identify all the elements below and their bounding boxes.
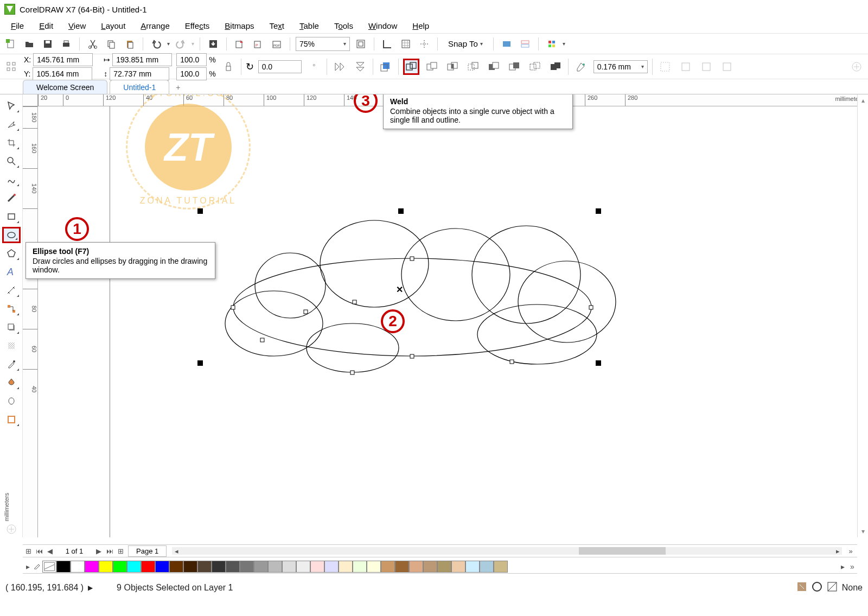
rotation-flyout[interactable]: ° [306, 59, 322, 75]
color-swatch[interactable] [226, 561, 240, 573]
new-doc-button[interactable] [3, 36, 18, 52]
save-button[interactable] [40, 36, 55, 52]
menu-view[interactable]: View [61, 19, 93, 33]
color-swatch[interactable] [141, 561, 155, 573]
zoom-level-select[interactable]: 75%▾ [296, 37, 350, 51]
cut-button[interactable] [85, 36, 100, 52]
x-field[interactable]: 145.761 mm [33, 53, 93, 66]
color-swatch[interactable] [282, 561, 296, 573]
origin-button[interactable] [3, 59, 20, 75]
width-field[interactable]: 193.851 mm [112, 53, 172, 66]
color-swatch[interactable] [71, 561, 85, 573]
polygon-tool[interactable] [2, 245, 21, 262]
expand-icon[interactable]: » [844, 547, 857, 555]
color-swatch[interactable] [353, 561, 367, 573]
color-swatch[interactable] [480, 561, 494, 573]
menu-file[interactable]: File [3, 19, 31, 33]
shape-tool[interactable] [2, 116, 21, 132]
menu-table[interactable]: Table [292, 19, 327, 33]
color-swatch[interactable] [113, 561, 127, 573]
publish-button[interactable]: PDF [269, 36, 284, 52]
crop-tool[interactable] [2, 135, 21, 151]
height-field[interactable]: 72.737 mm [110, 67, 169, 80]
menu-layout[interactable]: Layout [93, 19, 133, 33]
paste-button[interactable] [122, 36, 137, 52]
ellipse-tool[interactable] [2, 227, 21, 243]
menu-tools[interactable]: Tools [327, 19, 361, 33]
launcher-button[interactable] [544, 36, 559, 52]
freehand-tool[interactable] [2, 172, 21, 188]
color-swatch[interactable] [423, 561, 437, 573]
publish-pdf-button[interactable]: P [251, 36, 266, 52]
color-swatch[interactable] [451, 561, 465, 573]
transparency-tool[interactable] [2, 338, 21, 354]
mirror-h-button[interactable] [331, 59, 348, 75]
page-next[interactable]: ▶ [93, 547, 104, 555]
color-swatch[interactable] [99, 561, 113, 573]
page-prev[interactable]: ◀ [44, 547, 55, 555]
back-minus-front-button[interactable] [506, 59, 522, 75]
ruler-origin[interactable] [23, 94, 38, 106]
fill-swatch-icon[interactable] [812, 581, 822, 594]
copy-button[interactable] [104, 36, 119, 52]
h-scrollbar[interactable]: ◂▸ [172, 547, 842, 555]
docker-rail[interactable]: ▴▾ [857, 94, 868, 537]
export-button[interactable] [232, 36, 247, 52]
tab-add-button[interactable]: + [171, 81, 184, 94]
add-button[interactable] [848, 59, 865, 75]
outline-tool[interactable] [2, 411, 21, 428]
boundary-button[interactable] [527, 59, 543, 75]
menu-text[interactable]: Text [262, 19, 292, 33]
menu-edit[interactable]: Edit [31, 19, 61, 33]
wrap-button[interactable] [657, 59, 673, 75]
page-last[interactable]: ⏭ [104, 547, 115, 555]
guides-button[interactable] [417, 36, 432, 52]
color-swatch[interactable] [254, 561, 268, 573]
mirror-v-button[interactable] [352, 59, 368, 75]
tab-welcome[interactable]: Welcome Screen [23, 80, 107, 94]
eyedropper-tool[interactable] [2, 356, 21, 372]
connector-tool[interactable] [2, 301, 21, 317]
menu-arrange[interactable]: Arrange [133, 19, 177, 33]
color-swatch[interactable] [465, 561, 480, 573]
fullscreen-button[interactable] [353, 36, 368, 52]
color-swatch[interactable] [494, 561, 508, 573]
play-icon[interactable]: ▶ [88, 584, 93, 592]
color-swatch[interactable] [212, 561, 226, 573]
smart-fill-tool[interactable] [2, 393, 21, 409]
zoom-tool[interactable] [2, 153, 21, 169]
rectangle-tool[interactable] [2, 208, 21, 225]
scale-x-field[interactable]: 100.0 [176, 53, 207, 66]
ruler-button[interactable] [380, 36, 395, 52]
palette-expand[interactable]: » [847, 562, 857, 571]
snap-to-button[interactable]: Snap To ▾ [443, 36, 488, 52]
rotation-field[interactable]: 0.0 [258, 60, 302, 73]
color-swatch[interactable] [155, 561, 169, 573]
menu-window[interactable]: Window [361, 19, 405, 33]
color-swatch[interactable] [240, 561, 254, 573]
color-swatch[interactable] [409, 561, 423, 573]
convert2-button[interactable] [698, 59, 714, 75]
import-button[interactable] [206, 36, 221, 52]
canvas[interactable]: 20 0 120 40 60 80 100 120 140 160 180 20… [23, 94, 868, 537]
page-first[interactable]: ⏮ [34, 547, 44, 555]
page-tab-1[interactable]: Page 1 [128, 545, 167, 557]
undo-button[interactable] [149, 36, 164, 52]
weld-button[interactable] [403, 59, 419, 75]
simplify-button[interactable] [465, 59, 481, 75]
y-field[interactable]: 105.164 mm [33, 67, 92, 80]
swatch-none[interactable] [42, 561, 56, 573]
pick-tool[interactable] [2, 98, 21, 114]
redo-button[interactable] [173, 36, 188, 52]
color-swatch[interactable] [197, 561, 212, 573]
color-swatch[interactable] [339, 561, 353, 573]
intersect-button[interactable] [444, 59, 461, 75]
grid-button[interactable] [398, 36, 413, 52]
menu-bitmaps[interactable]: Bitmaps [217, 19, 261, 33]
artistic-media-tool[interactable] [2, 190, 21, 206]
interactive-fill-tool[interactable] [2, 374, 21, 391]
eyedropper-icon[interactable] [33, 562, 42, 571]
options2-button[interactable] [518, 36, 533, 52]
ruler-vertical[interactable]: 180 160 140 100 80 60 40 [23, 106, 38, 537]
outline-width-field[interactable]: 0.176 mm▾ [593, 60, 648, 73]
